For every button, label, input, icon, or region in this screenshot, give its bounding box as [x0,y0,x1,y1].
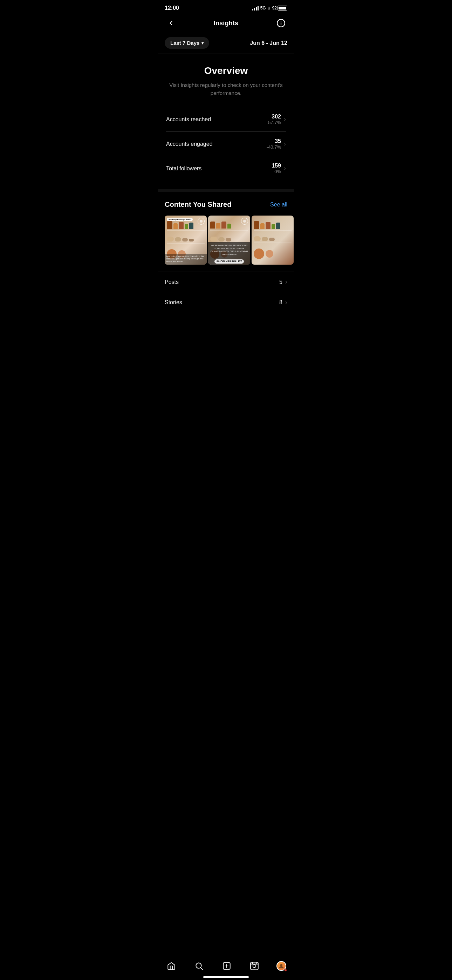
story-ring-2 [241,218,248,225]
stories-row[interactable]: Stories 8 › [158,292,294,312]
posts-row[interactable]: Posts 5 › [158,272,294,292]
chevron-right-icon: › [285,278,287,286]
posts-row-right: 5 › [279,278,287,286]
stat-label: Accounts reached [166,116,211,123]
stat-label: Accounts engaged [166,141,213,147]
stat-row-total-followers[interactable]: Total followers 159 0% › [166,156,286,180]
stat-label: Total followers [166,165,202,172]
posts-label: Posts [165,279,179,285]
chevron-right-icon: › [284,165,286,172]
period-filter-button[interactable]: Last 7 Days ▾ [165,37,209,49]
stat-number: 35 [267,138,281,145]
stat-right: 35 -40.7% › [267,138,286,150]
stat-right: 302 -57.7% › [267,114,286,125]
chevron-right-icon: › [285,299,287,306]
posts-count: 5 [279,279,282,285]
stat-change: 0% [272,169,281,174]
stories-label: Stories [165,299,182,305]
info-button[interactable] [275,17,287,29]
content-section: Content You Shared See all [158,192,294,347]
nav-bar: Insights [158,14,294,33]
section-divider [158,189,294,192]
back-button[interactable] [165,17,177,29]
see-all-button[interactable]: See all [270,202,287,208]
stat-change: -40.7% [267,145,281,150]
chevron-right-icon: › [284,140,286,148]
battery-body [277,6,287,11]
chevron-down-icon: ▾ [202,41,204,46]
stat-value-group: 159 0% [272,162,281,174]
overview-title: Overview [166,65,286,76]
period-label: Last 7 Days [170,40,199,46]
stat-value-group: 35 -40.7% [267,138,281,150]
overview-section: Overview Visit Insights regularly to che… [158,54,294,189]
battery-fill [279,7,286,10]
filter-bar: Last 7 Days ▾ Jun 6 - Jun 12 [158,33,294,54]
stat-right: 159 0% › [272,162,286,174]
carousel-item-1[interactable]: sundaymornings.shop new colors, new desi… [165,216,207,265]
stories-count: 8 [279,299,282,305]
battery-percent: 92 [272,6,277,11]
stat-number: 302 [267,114,281,120]
status-bar: 12:00 5G U 92 [158,0,294,14]
overview-subtitle: Visit Insights regularly to check on you… [166,81,286,97]
carousel-item-2[interactable]: WE'RE WORKING ON RE-STOCKING YOUR FAVORI… [208,216,250,265]
date-range: Jun 6 - Jun 12 [250,40,287,46]
battery-indicator: 92 [272,6,287,11]
stat-value-group: 302 -57.7% [267,114,281,125]
content-header: Content You Shared See all [158,200,294,216]
chevron-right-icon: › [284,116,286,123]
content-section-title: Content You Shared [165,200,231,208]
status-time: 12:00 [165,5,179,11]
stat-change: -57.7% [267,120,281,125]
signal-icon [252,6,259,11]
stories-row-right: 8 › [279,299,287,306]
stat-number: 159 [272,162,281,169]
network-type: U [268,6,271,10]
username-tag-1: sundaymornings.shop [167,218,193,221]
story-ring-1 [197,218,205,225]
stat-row-accounts-reached[interactable]: Accounts reached 302 -57.7% › [166,107,286,131]
network-label: 5G [260,6,266,11]
status-icons: 5G U 92 [252,6,287,11]
carousel-item-3[interactable] [251,216,294,265]
page-title: Insights [214,20,239,27]
image-carousel[interactable]: sundaymornings.shop new colors, new desi… [158,216,294,265]
stat-row-accounts-engaged[interactable]: Accounts engaged 35 -40.7% › [166,131,286,156]
